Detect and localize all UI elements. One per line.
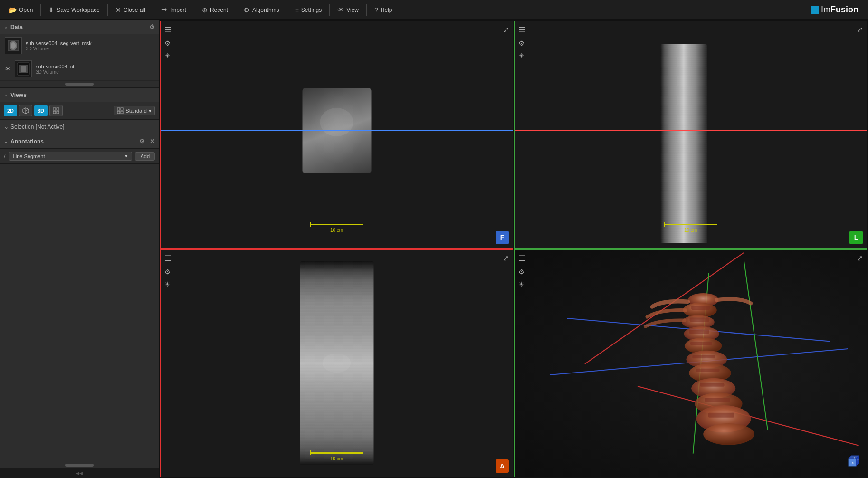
save-button[interactable]: ⬇ Save Workspace [44, 4, 105, 16]
ct-front-display [161, 21, 513, 248]
view-2d-button[interactable]: 2D [4, 105, 17, 116]
sidebar: ⌄ Data ⚙ sub-verse004_seg-vert_msk 3D Vo… [0, 20, 159, 478]
view-button[interactable]: 👁 View [333, 4, 363, 16]
viewport-axial-expand-icon[interactable]: ⤢ [503, 254, 509, 263]
view-4th-button[interactable] [49, 105, 63, 116]
view-cube-button[interactable] [19, 105, 32, 116]
viewport-3d-gear-icon[interactable]: ⚙ [518, 268, 525, 276]
annotations-close-icon[interactable]: ✕ [150, 138, 155, 145]
viewport-front-brightness-icon[interactable]: ☀ [164, 52, 171, 59]
logo-text: ImFusion [821, 5, 858, 15]
visibility-icon-ct[interactable]: 👁 [5, 66, 11, 73]
scale-mid-front [311, 224, 363, 225]
viewport-lateral-brightness-icon[interactable]: ☀ [518, 52, 525, 59]
views-expand-icon[interactable]: ⌄ [4, 92, 8, 97]
seg-thumb-svg [6, 38, 20, 53]
import-label: Import [170, 7, 186, 13]
open-label: Open [19, 7, 33, 13]
viewport-lateral[interactable]: ☰ ⤢ ⚙ ☀ 10 cm L [514, 21, 867, 249]
viewport-3d-expand-icon[interactable]: ⤢ [857, 254, 863, 263]
view-3d-button[interactable]: 3D [34, 105, 48, 116]
import-button[interactable]: ⮕ Import [156, 4, 191, 16]
scale-tick-right-lateral [717, 222, 717, 227]
ct-axial-center [323, 354, 351, 373]
toolbar-sep-1 [40, 4, 41, 16]
sidebar-resize-handle[interactable] [65, 464, 94, 467]
annotations-settings-icon[interactable]: ⚙ [139, 138, 145, 145]
scale-line-lateral [664, 222, 717, 227]
svg-text:Z: Z [857, 459, 859, 462]
data-item-ct-info: sub-verse004_ct 3D Volume [36, 64, 154, 75]
settings-button[interactable]: ≡ Settings [290, 4, 327, 16]
data-panel-header: ⌄ Data ⚙ [0, 20, 159, 34]
viewport-lateral-corner-label: L [849, 231, 863, 244]
help-label: Help [381, 7, 392, 13]
data-item-seg-info: sub-verse004_seg-vert_msk 3D Volume [26, 40, 154, 51]
view-label: View [346, 7, 359, 13]
data-expand-icon[interactable]: ⌄ [4, 24, 8, 29]
viewport-axial-brightness-icon[interactable]: ☀ [164, 280, 171, 288]
ct-front-img [302, 88, 371, 173]
data-settings-icon[interactable]: ⚙ [149, 23, 155, 30]
svg-rect-9 [53, 108, 56, 110]
toolbar-sep-8 [366, 4, 367, 16]
annotations-panel: ⌄ Annotations ⚙ ✕ / Line Segment ▾ Add [0, 134, 159, 164]
viewport-axial-menu-icon[interactable]: ☰ [164, 254, 171, 263]
viewport-front-corner-label: F [496, 231, 509, 244]
main-layout: ⌄ Data ⚙ sub-verse004_seg-vert_msk 3D Vo… [0, 20, 868, 478]
toolbar-sep-3 [153, 4, 153, 16]
svg-rect-10 [57, 108, 59, 110]
viewport-front-menu-icon[interactable]: ☰ [164, 25, 171, 34]
viewport-3d[interactable]: X Y Z ☰ ⤢ ⚙ ☀ [514, 249, 867, 477]
selection-panel: ⌄ Selection [Not Active] [0, 120, 159, 134]
layout-chevron-icon: ▾ [149, 108, 152, 114]
views-panel-title: Views [10, 92, 27, 98]
annotation-add-button[interactable]: Add [135, 152, 155, 161]
views-panel-header: ⌄ Views [0, 88, 159, 102]
layout-select[interactable]: Standard ▾ [114, 106, 155, 115]
viewport-3d-brightness-icon[interactable]: ☀ [518, 280, 525, 288]
data-item-ct-type: 3D Volume [36, 69, 154, 75]
data-item-segmentation[interactable]: sub-verse004_seg-vert_msk 3D Volume [0, 34, 159, 57]
scale-label-axial: 10 cm [330, 456, 343, 461]
viewport-front-expand-icon[interactable]: ⤢ [503, 25, 509, 34]
help-icon: ? [374, 6, 378, 14]
svg-rect-36 [708, 412, 734, 417]
scale-line-front [310, 222, 363, 227]
scale-mid-lateral [665, 224, 717, 225]
toolbar-sep-7 [329, 4, 330, 16]
viewport-lateral-scalebar: 10 cm [664, 222, 717, 233]
viewport-lateral-gear-icon[interactable]: ⚙ [518, 39, 525, 47]
open-button[interactable]: 📂 Open [4, 4, 38, 16]
algorithms-label: Algorithms [252, 7, 279, 13]
scale-mid-axial [311, 452, 363, 454]
viewport-3d-menu-icon[interactable]: ☰ [518, 254, 525, 263]
help-button[interactable]: ? Help [370, 4, 397, 16]
viewport-front[interactable]: ☰ ⤢ ⚙ ☀ 10 cm F [160, 21, 513, 249]
svg-rect-35 [705, 398, 730, 402]
viewport-lateral-content [515, 21, 867, 248]
viewport-axial[interactable]: ☰ ⤢ ⚙ ☀ 10 cm A [160, 249, 513, 477]
recent-label: Recent [210, 7, 228, 13]
settings-label: Settings [301, 7, 322, 13]
close-button[interactable]: ✕ Close all [111, 4, 150, 16]
svg-rect-30 [689, 329, 709, 334]
viewport-lateral-menu-icon[interactable]: ☰ [518, 25, 525, 34]
selection-expand-icon[interactable]: ⌄ [4, 124, 9, 130]
save-label: Save Workspace [57, 7, 100, 13]
data-item-ct-name: sub-verse004_ct [36, 64, 154, 69]
data-item-ct[interactable]: 👁 sub-verse004_ct 3D Volume [0, 57, 159, 81]
viewport-axial-gear-icon[interactable]: ⚙ [164, 268, 171, 276]
svg-rect-16 [121, 111, 123, 114]
viewport-front-gear-icon[interactable]: ⚙ [164, 39, 171, 47]
layout-icon [117, 107, 124, 114]
annotations-expand-icon[interactable]: ⌄ [4, 139, 8, 144]
annotation-type-select[interactable]: Line Segment ▾ [9, 152, 133, 161]
svg-rect-34 [700, 383, 725, 386]
views-controls: 2D 3D [0, 102, 159, 119]
algorithms-button[interactable]: ⚙ Algorithms [239, 4, 284, 16]
viewport-lateral-expand-icon[interactable]: ⤢ [857, 25, 863, 34]
recent-button[interactable]: ⊕ Recent [197, 4, 233, 16]
selection-panel-title: Selection [Not Active] [10, 124, 64, 130]
sidebar-collapse-bottom[interactable]: ◀◀ [0, 468, 159, 478]
